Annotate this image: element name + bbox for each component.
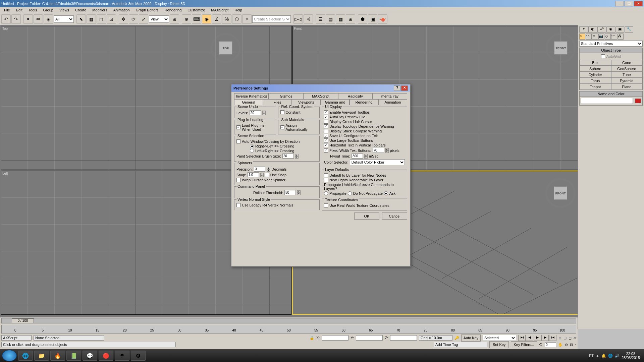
stack-checkbox[interactable] [324,129,328,133]
propagate-radio[interactable] [324,191,328,195]
category-dropdown[interactable]: Standard Primitives [579,41,643,47]
dialog-help-button[interactable]: ? [394,85,400,91]
colorsel-dropdown[interactable]: Default Color Picker [350,159,405,165]
material-editor-button[interactable]: ⊞ [346,14,355,24]
menu-grapheditors[interactable]: Graph Editors [133,7,161,13]
rl-radio[interactable] [250,144,254,148]
hierarchy-tab[interactable]: ☍ [597,26,606,33]
auto-window-checkbox[interactable] [236,139,240,143]
task-ie[interactable]: 🌐 [18,351,33,361]
lights-renderable-checkbox[interactable] [324,178,328,182]
primitive-cylinder[interactable]: Cylinder [580,72,611,78]
dialog-title-bar[interactable]: Preference Settings ? ✕ [231,84,410,92]
select-button[interactable]: ⬉ [76,14,86,24]
restore-button[interactable]: ❐ [625,1,633,6]
unlink-button[interactable]: ⚮ [34,14,43,24]
menu-views[interactable]: Views [57,7,72,13]
manipulate-button[interactable]: ⊕ [182,14,191,24]
tab-animation[interactable]: Animation [378,99,407,105]
render-setup-button[interactable]: ⬢ [358,14,367,24]
select-name-button[interactable]: ▦ [87,14,96,24]
primitive-plane[interactable]: Plane [611,84,643,90]
realworld-checkbox[interactable] [324,203,328,207]
redo-button[interactable]: ↷ [11,14,21,24]
nav-orbit-button[interactable]: ⊙ [565,343,568,347]
goto-start-button[interactable]: ⏮ [518,335,526,341]
load-plugins-checkbox[interactable] [236,125,240,129]
schematic-button[interactable]: ▦ [336,14,345,24]
brush-input[interactable] [282,154,294,159]
primitive-box[interactable]: Box [580,60,611,66]
tooltips-checkbox[interactable] [324,110,328,114]
usesnap-checkbox[interactable] [265,173,269,177]
lock-icon[interactable]: 🔒 [310,336,314,340]
motion-tab[interactable]: ◉ [606,26,615,33]
time-slider[interactable]: 0 / 100 [1,318,576,323]
tray-icon[interactable]: 🌐 [608,354,613,358]
keyfilters-button[interactable]: Key Filters... [511,341,537,348]
goto-end-button[interactable]: ⏭ [549,335,556,341]
nav-zoomall-button[interactable]: ⊞ [564,336,567,340]
rotate-button[interactable]: ⟳ [129,14,138,24]
color-swatch[interactable] [635,99,641,103]
flyout-input[interactable] [352,154,363,159]
legacy-normals-checkbox[interactable] [236,203,240,207]
spinner-snap-button[interactable]: ⬡ [232,14,241,24]
precision-input[interactable] [254,167,265,172]
z-input[interactable] [390,335,417,341]
primitive-tube[interactable]: Tube [611,72,643,78]
move-button[interactable]: ✥ [119,14,128,24]
track-ruler[interactable]: 0510152025303540455055606570758085909510… [1,325,576,334]
tray-icon[interactable]: 🔔 [601,354,606,358]
render-button[interactable]: 🫖 [378,14,387,24]
y-input[interactable] [356,335,383,341]
saveui-checkbox[interactable] [324,134,328,138]
task-skype[interactable]: 💬 [83,351,97,361]
nav-fov-button[interactable]: ▱ [574,336,576,340]
x-input[interactable] [322,335,348,341]
primitive-torus[interactable]: Torus [580,78,611,84]
viewcube-top[interactable]: TOP [207,29,244,66]
nav-zoom-button[interactable]: ⊕ [558,336,561,340]
selection-set-select[interactable]: Create Selection Set [252,15,291,23]
tab-radiosity[interactable]: Radiosity [338,93,373,99]
time-handle[interactable]: 0 / 100 [12,318,34,323]
large-toolbar-checkbox[interactable] [324,138,328,142]
cancel-button[interactable]: Cancel [382,213,407,220]
menu-group[interactable]: Group [40,7,56,13]
clock[interactable]: 22:0825/03/2015 [622,352,640,360]
frame-spinner[interactable] [545,342,556,347]
primitive-sphere[interactable]: Sphere [580,66,611,72]
create-tab[interactable]: ✦ [579,26,588,33]
key-icon[interactable]: 🔑 [454,336,459,340]
default-bylayer-checkbox[interactable] [324,173,328,177]
tab-rendering[interactable]: Rendering [350,99,378,105]
start-button[interactable] [2,350,17,361]
keymode-select[interactable]: Selected [483,335,516,341]
lights-tab[interactable]: ☀ [592,34,598,40]
primitive-geosphere[interactable]: GeoSphere [611,66,643,72]
modify-tab[interactable]: ◐ [588,26,597,33]
menu-create[interactable]: Create [72,7,89,13]
topo-checkbox[interactable] [324,124,328,128]
script-box[interactable]: AXScript. [1,335,32,341]
next-frame-button[interactable]: ▶ [541,335,549,341]
viewcube-persp[interactable]: FRONT [542,175,579,212]
window-crossing-button[interactable]: ⊡ [107,14,116,24]
wrap-cursor-checkbox[interactable] [236,178,240,182]
pivot-button[interactable]: ⊞ [170,14,179,24]
dialog-close-button[interactable]: ✕ [401,85,408,91]
menu-maxscript[interactable]: MAXScript [208,7,231,13]
lr-radio[interactable] [250,149,254,153]
snap-toggle-button[interactable]: ◉ [202,14,211,24]
levels-input[interactable] [250,110,261,115]
nav-pan-button[interactable]: ✋ [558,343,563,347]
play-button[interactable]: ▶ [534,335,541,341]
ref-coord-select[interactable]: View [149,15,169,23]
filter-select[interactable]: All [54,15,74,23]
task-3dsmax[interactable]: ❻ [131,351,146,361]
ok-button[interactable]: OK [354,213,379,220]
autogrid-checkbox[interactable] [601,54,605,58]
helpers-tab[interactable]: ◇ [605,34,611,40]
align-button[interactable]: ⫷ [304,14,313,24]
